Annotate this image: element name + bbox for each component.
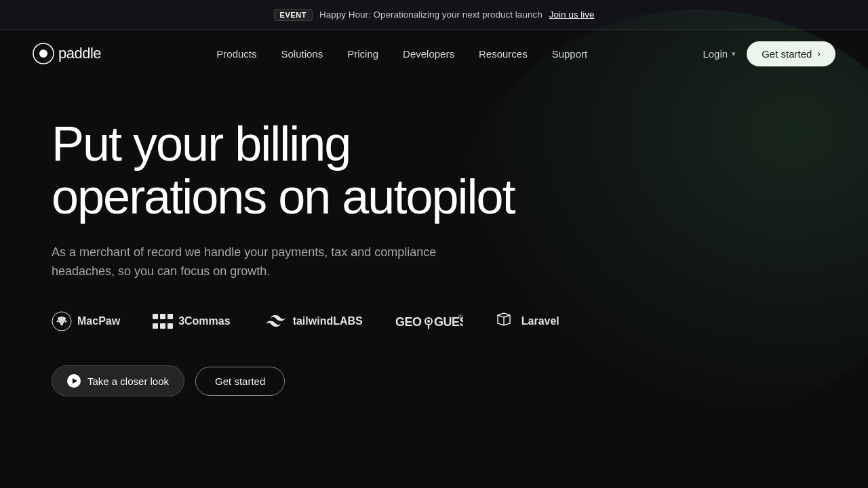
logo-text: paddle: [58, 45, 101, 62]
macpaw-icon: [52, 311, 72, 331]
logo-macpaw: MacPaw: [52, 311, 120, 331]
paddle-logo-icon: [33, 43, 54, 64]
play-triangle: [73, 378, 77, 384]
login-button[interactable]: Login ▾: [703, 48, 736, 60]
tailwindlabs-icon: [263, 314, 288, 329]
nav-pricing[interactable]: Pricing: [347, 48, 378, 60]
svg-point-1: [39, 49, 47, 58]
svg-point-15: [427, 320, 430, 323]
nav-links: Products Solutions Pricing Developers Re…: [216, 48, 587, 60]
chevron-down-icon: ▾: [732, 49, 736, 58]
hero-headline: Put your billing operations on autopilot: [52, 118, 608, 224]
get-started-hero-label: Get started: [215, 375, 265, 387]
navbar: paddle Products Solutions Pricing Develo…: [0, 30, 868, 77]
svg-point-6: [65, 321, 67, 323]
svg-rect-10: [153, 323, 158, 329]
laravel-label: Laravel: [521, 315, 559, 327]
nav-support[interactable]: Support: [552, 48, 588, 60]
logo-tailwindlabs: tailwindLABS: [263, 314, 363, 329]
partner-logos: MacPaw 3Commas tailwindLABS: [52, 311, 816, 331]
cta-buttons: Take a closer look Get started: [52, 365, 816, 396]
logo[interactable]: paddle: [33, 43, 101, 64]
3commas-icon: [153, 314, 173, 329]
logo-3commas: 3Commas: [153, 314, 230, 329]
banner-message: Happy Hour: Operationalizing your next p…: [319, 9, 542, 20]
hero-headline-line2: operations on autopilot: [52, 169, 515, 224]
nav-resources[interactable]: Resources: [479, 48, 528, 60]
closer-look-button[interactable]: Take a closer look: [52, 365, 184, 396]
svg-rect-8: [160, 314, 165, 319]
geoguessr-icon: GEO GUESSR ®: [395, 312, 463, 330]
svg-rect-11: [160, 323, 165, 329]
hero-subtext: As a merchant of record we handle your p…: [52, 243, 445, 282]
get-started-nav-label: Get started: [762, 48, 812, 60]
get-started-nav-button[interactable]: Get started ›: [747, 41, 835, 66]
svg-point-3: [58, 317, 60, 320]
svg-point-5: [57, 321, 59, 323]
svg-rect-7: [153, 314, 158, 319]
nav-products[interactable]: Products: [216, 48, 256, 60]
tailwindlabs-label: tailwindLABS: [293, 315, 363, 327]
arrow-right-icon: ›: [817, 48, 821, 59]
closer-look-label: Take a closer look: [87, 375, 169, 387]
top-banner: EVENT Happy Hour: Operationalizing your …: [0, 0, 868, 30]
login-label: Login: [703, 48, 728, 60]
svg-text:GEO: GEO: [395, 315, 422, 329]
play-icon: [67, 374, 81, 388]
laravel-icon: [496, 311, 516, 331]
hero-headline-line1: Put your billing: [52, 117, 350, 171]
logo-laravel: Laravel: [496, 311, 559, 331]
nav-right: Login ▾ Get started ›: [703, 41, 835, 66]
svg-point-4: [63, 317, 66, 320]
get-started-hero-button[interactable]: Get started: [195, 367, 285, 396]
svg-rect-9: [167, 314, 173, 319]
banner-link[interactable]: Join us live: [549, 9, 595, 20]
nav-developers[interactable]: Developers: [403, 48, 454, 60]
event-badge: EVENT: [274, 9, 313, 21]
logo-geoguessr: GEO GUESSR ®: [395, 312, 463, 330]
svg-rect-12: [167, 323, 173, 329]
svg-text:®: ®: [458, 314, 462, 320]
macpaw-label: MacPaw: [77, 315, 120, 327]
nav-solutions[interactable]: Solutions: [281, 48, 323, 60]
hero-section: Put your billing operations on autopilot…: [0, 77, 868, 396]
3commas-label: 3Commas: [178, 315, 230, 327]
